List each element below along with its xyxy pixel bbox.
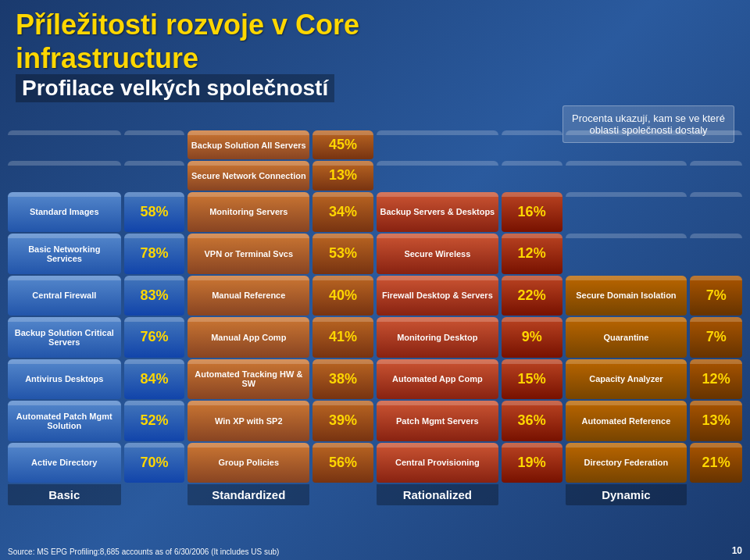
std-pct-1: 53% <box>312 234 373 274</box>
rat-item-4: Automated App Comp <box>377 359 498 400</box>
rat-item-6: Central Provisioning <box>377 443 498 483</box>
std-top-pct-0: 45% <box>312 130 373 159</box>
std-item-3: Manual App Comp <box>188 317 309 358</box>
rat-pct-4: 15% <box>502 359 562 400</box>
col-rat-pct: 16% 12% 22% 9% 15% 36% 19% - <box>502 129 562 505</box>
dyn-pct-rows: 7% 7% 12% 13% 21% <box>690 129 742 484</box>
basic-pct-4: 84% <box>124 359 185 400</box>
dyn-footer: Dynamic <box>566 484 688 505</box>
dyn-pct-5: 13% <box>690 401 742 441</box>
rat-pct-0: 16% <box>502 192 562 233</box>
rat-item-5: Patch Mgmt Servers <box>377 401 498 441</box>
rat-item-3: Monitoring Desktop <box>377 317 498 358</box>
basic-item-1: Basic Networking Services <box>8 234 121 274</box>
col-dyn-items: Secure Domain Isolation Quarantine Capac… <box>566 129 688 505</box>
col-rat-items: Backup Servers & Desktops Secure Wireles… <box>377 129 498 505</box>
rat-rows: Backup Servers & Desktops Secure Wireles… <box>377 129 498 484</box>
basic-pct-0: 58% <box>124 192 185 233</box>
basic-item-0: Standard Images <box>8 192 121 233</box>
dyn-rows: Secure Domain Isolation Quarantine Capac… <box>566 129 688 484</box>
rat-pct-6: 19% <box>502 443 562 483</box>
std-top-0: Backup Solution All Servers <box>188 130 309 159</box>
std-top-1: Secure Network Connection <box>188 161 309 190</box>
col-basic-items: Standard Images Basic Networking Service… <box>8 129 121 505</box>
rat-footer: Rationalized <box>377 484 498 505</box>
std-pct-4: 38% <box>312 359 373 400</box>
dyn-item-3: Quarantine <box>566 317 688 358</box>
source-text: Source: MS EPG Profiling:8,685 accounts … <box>8 548 279 556</box>
std-item-0: Monitoring Servers <box>188 192 309 233</box>
rat-pct-2: 22% <box>502 276 562 316</box>
dyn-pct-3: 7% <box>690 317 742 358</box>
basic-pct-1: 78% <box>124 234 185 274</box>
main-title: Příležitosti rozvoje v Core infrastructu… <box>16 8 359 75</box>
rat-item-2: Firewall Desktop & Servers <box>377 276 498 316</box>
std-pct-5: 39% <box>312 401 373 441</box>
dyn-item-5: Automated Reference <box>566 401 688 441</box>
subtitle: Profilace velkých společností <box>16 74 334 102</box>
basic-footer: Basic <box>8 484 121 505</box>
rat-pct-3: 9% <box>502 317 562 358</box>
basic-pct-rows: 58% 78% 83% 76% 84% 52% 70% <box>124 129 185 484</box>
rat-pct-5: 36% <box>502 401 562 441</box>
content-area: Procenta ukazují, kam se ve které oblast… <box>8 105 742 537</box>
std-pct-6: 56% <box>312 443 373 483</box>
dyn-item-2: Secure Domain Isolation <box>566 276 688 316</box>
dyn-pct-4: 12% <box>690 359 742 400</box>
col-dyn-pct: 7% 7% 12% 13% 21% - <box>690 129 742 505</box>
rat-pct-rows: 16% 12% 22% 9% 15% 36% 19% <box>502 129 562 484</box>
std-pct-2: 40% <box>312 276 373 316</box>
rat-pct-1: 12% <box>502 234 562 274</box>
std-top-pct-1: 13% <box>312 161 373 190</box>
col-std-pct: 45% 13% 34% 53% 40% 41% 38% 39% 56% - <box>312 129 373 505</box>
std-item-6: Group Policies <box>188 443 309 483</box>
dyn-pct-6: 21% <box>690 443 742 483</box>
std-item-1: VPN or Terminal Svcs <box>188 234 309 274</box>
basic-item-3: Backup Solution Critical Servers <box>8 317 121 358</box>
basic-pct-2: 83% <box>124 276 185 316</box>
title-line2: infrastructure <box>16 41 359 75</box>
std-rows: Backup Solution All Servers Secure Netwo… <box>188 129 309 484</box>
basic-item-4: Antivirus Desktops <box>8 359 121 400</box>
std-pct-rows: 45% 13% 34% 53% 40% 41% 38% 39% 56% <box>312 129 373 484</box>
columns-container: Standard Images Basic Networking Service… <box>8 129 742 505</box>
rat-item-1: Secure Wireless <box>377 234 498 274</box>
rat-item-0: Backup Servers & Desktops <box>377 192 498 233</box>
col-std-items: Backup Solution All Servers Secure Netwo… <box>188 129 309 505</box>
basic-item-6: Active Directory <box>8 443 121 483</box>
dyn-item-6: Directory Federation <box>566 443 688 483</box>
dyn-pct-2: 7% <box>690 276 742 316</box>
std-item-5: Win XP with SP2 <box>188 401 309 441</box>
col-basic-pct: 58% 78% 83% 76% 84% 52% 70% - <box>124 129 185 505</box>
dyn-item-4: Capacity Analyzer <box>566 359 688 400</box>
basic-pct-6: 70% <box>124 443 185 483</box>
basic-item-5: Automated Patch Mgmt Solution <box>8 401 121 441</box>
basic-item-2: Central Firewall <box>8 276 121 316</box>
title-line1: Příležitosti rozvoje v Core <box>16 8 359 41</box>
basic-pct-5: 52% <box>124 401 185 441</box>
std-item-4: Automated Tracking HW & SW <box>188 359 309 400</box>
basic-rows: Standard Images Basic Networking Service… <box>8 129 121 484</box>
std-footer: Standardized <box>188 484 309 505</box>
page-number: 10 <box>732 545 742 556</box>
basic-pct-3: 76% <box>124 317 185 358</box>
std-pct-0: 34% <box>312 192 373 233</box>
std-item-2: Manual Reference <box>188 276 309 316</box>
std-pct-3: 41% <box>312 317 373 358</box>
